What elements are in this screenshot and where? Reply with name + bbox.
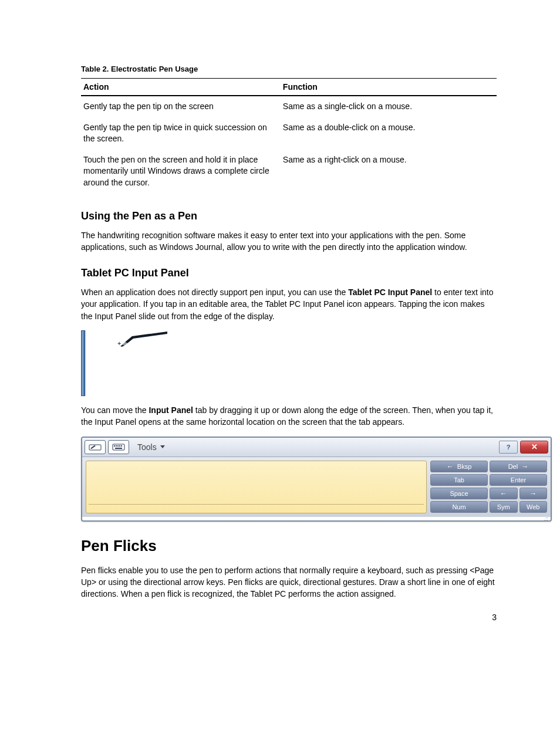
table-row: Gently tap the pen tip on the screen Sam… bbox=[81, 96, 497, 117]
input-panel-body: ← Bksp Del → Tab Enter Space ← → Num Sym… bbox=[82, 457, 551, 517]
tools-menu[interactable]: Tools bbox=[137, 442, 165, 452]
cell-action: Touch the pen on the screen and hold it … bbox=[81, 150, 281, 194]
paragraph: The handwriting recognition software mak… bbox=[81, 229, 497, 253]
tools-label: Tools bbox=[137, 442, 157, 452]
document-page: Table 2. Electrostatic Pen Usage Action … bbox=[0, 0, 560, 645]
sym-key[interactable]: Sym bbox=[490, 501, 518, 513]
table-header-function: Function bbox=[281, 79, 497, 96]
table-row: Gently tap the pen tip twice in quick su… bbox=[81, 117, 497, 150]
left-arrow-key[interactable]: ← bbox=[490, 488, 518, 499]
svg-marker-0 bbox=[125, 332, 167, 343]
paragraph: Pen flicks enable you to use the pen to … bbox=[81, 564, 497, 600]
keyboard-mode-button[interactable] bbox=[108, 440, 129, 454]
svg-text:✦: ✦ bbox=[117, 340, 122, 347]
cell-action: Gently tap the pen tip on the screen bbox=[81, 96, 281, 117]
handwriting-area[interactable] bbox=[86, 461, 427, 513]
input-panel-tab-figure: ✦ bbox=[81, 330, 497, 396]
cell-function: Same as a single-click on a mouse. bbox=[281, 96, 497, 117]
right-arrow-key[interactable]: → bbox=[519, 488, 548, 499]
heading-tablet-pc-input-panel: Tablet PC Input Panel bbox=[81, 267, 497, 279]
svg-rect-9 bbox=[119, 445, 120, 447]
svg-rect-5 bbox=[113, 444, 124, 450]
table-header-action: Action bbox=[81, 79, 281, 96]
paragraph: When an application does not directly su… bbox=[81, 286, 497, 322]
del-key[interactable]: Del → bbox=[490, 461, 547, 472]
table-caption: Table 2. Electrostatic Pen Usage bbox=[81, 65, 497, 73]
svg-rect-10 bbox=[121, 445, 122, 447]
svg-rect-7 bbox=[116, 445, 117, 447]
svg-rect-8 bbox=[117, 445, 119, 447]
handwriting-icon bbox=[89, 443, 102, 451]
enter-key[interactable]: Enter bbox=[490, 474, 547, 486]
web-key[interactable]: Web bbox=[519, 501, 548, 513]
help-icon: ? bbox=[507, 444, 511, 451]
page-number: 3 bbox=[492, 613, 497, 622]
screen-edge-icon bbox=[81, 330, 85, 396]
input-panel-titlebar: Tools ? ✕ bbox=[82, 438, 551, 457]
bksp-key[interactable]: ← Bksp bbox=[430, 461, 488, 472]
help-button[interactable]: ? bbox=[499, 441, 518, 454]
paragraph: You can move the Input Panel tab by drag… bbox=[81, 404, 497, 428]
svg-rect-11 bbox=[115, 448, 122, 449]
keyboard-icon bbox=[112, 443, 125, 451]
cell-function: Same as a right-click on a mouse. bbox=[281, 150, 497, 194]
heading-using-pen-as-pen: Using the Pen as a Pen bbox=[81, 210, 497, 222]
input-panel-keypad: ← Bksp Del → Tab Enter Space ← → Num Sym… bbox=[430, 461, 547, 513]
heading-pen-flicks: Pen Flicks bbox=[81, 537, 497, 555]
resize-grip-icon[interactable]: .:: bbox=[82, 517, 551, 520]
stylus-icon: ✦ bbox=[114, 332, 167, 347]
chevron-down-icon bbox=[160, 445, 165, 448]
num-key[interactable]: Num bbox=[430, 501, 488, 513]
close-button[interactable]: ✕ bbox=[520, 441, 548, 454]
cell-function: Same as a double-click on a mouse. bbox=[281, 117, 497, 150]
tab-key[interactable]: Tab bbox=[430, 474, 488, 486]
table-row: Touch the pen on the screen and hold it … bbox=[81, 150, 497, 194]
svg-rect-6 bbox=[114, 445, 115, 447]
space-key[interactable]: Space bbox=[430, 488, 488, 499]
pen-usage-table: Action Function Gently tap the pen tip o… bbox=[81, 78, 497, 194]
handwriting-mode-button[interactable] bbox=[85, 440, 106, 454]
tablet-pc-input-panel-figure: Tools ? ✕ ← Bksp Del → Tab Enter Space ← bbox=[81, 437, 552, 522]
svg-rect-4 bbox=[89, 445, 101, 450]
cell-action: Gently tap the pen tip twice in quick su… bbox=[81, 117, 281, 150]
close-icon: ✕ bbox=[531, 442, 538, 451]
